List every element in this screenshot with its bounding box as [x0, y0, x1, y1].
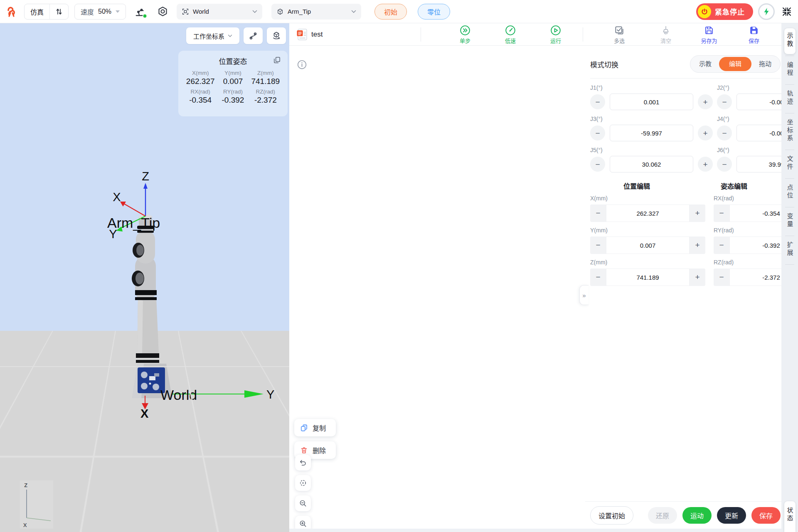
- frame-icon: [182, 8, 189, 15]
- x-minus-button[interactable]: −: [590, 204, 606, 222]
- pose-value: 741.189: [249, 77, 282, 86]
- single-step-button[interactable]: 单步: [452, 25, 478, 46]
- sim-mode-button[interactable]: 仿真: [25, 4, 49, 19]
- side-tab-variables[interactable]: 变量: [786, 209, 794, 234]
- j1-input[interactable]: [610, 94, 693, 110]
- copy-pose-button[interactable]: [273, 56, 281, 64]
- j5-minus-button[interactable]: −: [590, 157, 605, 172]
- work-frame-dropdown[interactable]: 工作坐标系: [186, 27, 239, 44]
- world-axes: Y X World: [140, 387, 274, 420]
- broom-icon: [660, 25, 671, 36]
- z-minus-button[interactable]: −: [590, 268, 606, 286]
- info-button[interactable]: [297, 59, 307, 70]
- clear-label: 清空: [660, 37, 671, 44]
- context-menu: 复制 删除: [294, 419, 336, 459]
- view-rotate-button[interactable]: [267, 27, 286, 44]
- y-plus-button[interactable]: +: [690, 236, 705, 254]
- multi-select-button[interactable]: 多选: [606, 25, 633, 46]
- rx-minus-button[interactable]: −: [714, 204, 729, 222]
- j1-plus-button[interactable]: +: [698, 94, 713, 109]
- mode-teach[interactable]: 示教: [692, 57, 719, 71]
- mode-edit[interactable]: 编辑: [719, 57, 751, 71]
- mode-switch: 示教 编辑 拖动: [690, 55, 781, 73]
- j5-input[interactable]: [610, 156, 693, 172]
- j3-minus-button[interactable]: −: [590, 126, 605, 140]
- single-step-label: 单步: [460, 37, 470, 44]
- side-tab-extensions[interactable]: 扩展: [786, 238, 794, 263]
- side-tab-extensions-label: 扩展: [786, 241, 794, 257]
- program-file-icon: [297, 28, 308, 41]
- update-button[interactable]: 更新: [717, 507, 746, 524]
- save-as-button[interactable]: 另存为: [696, 25, 722, 46]
- side-tab-teach-label: 示教: [786, 32, 794, 48]
- side-tab-files[interactable]: 文件: [786, 152, 794, 177]
- zero-pose-button[interactable]: 零位: [418, 4, 450, 20]
- power-toggle-button[interactable]: [758, 3, 775, 20]
- panel-collapse-handle[interactable]: »: [579, 285, 589, 305]
- recenter-button[interactable]: [295, 475, 311, 491]
- context-copy-button[interactable]: 复制: [294, 419, 336, 436]
- pose-overlay-panel: 位置姿态 X(mm) Y(mm) Z(mm) 262.327 0.007 741…: [178, 51, 288, 116]
- y-input[interactable]: [606, 236, 690, 254]
- j3-input[interactable]: [610, 125, 693, 141]
- side-tab-frames[interactable]: 坐标系: [786, 115, 794, 148]
- pose-edit-title: 姿态编辑: [687, 181, 781, 191]
- trajectory-toggle-button[interactable]: [244, 27, 263, 44]
- side-tab-points[interactable]: 点位: [786, 180, 794, 205]
- j6-minus-button[interactable]: −: [717, 157, 732, 172]
- z-input[interactable]: [606, 268, 690, 286]
- trash-icon: [300, 446, 308, 454]
- tab-test[interactable]: test: [297, 23, 323, 46]
- field-y: Y(mm) − +: [590, 227, 705, 254]
- run-button[interactable]: 运行: [542, 25, 569, 46]
- divider: [785, 264, 794, 265]
- save-program-button[interactable]: 保存: [741, 25, 767, 46]
- side-tab-trajectory[interactable]: 轨迹: [786, 86, 794, 111]
- pose-panel-header: 位置姿态: [184, 55, 282, 66]
- low-speed-button[interactable]: 低速: [497, 25, 524, 46]
- j4-minus-button[interactable]: −: [717, 126, 732, 140]
- j3-plus-button[interactable]: +: [698, 126, 713, 140]
- x-plus-button[interactable]: +: [690, 204, 705, 222]
- x-input[interactable]: [606, 204, 690, 222]
- program-tabbar: test 单步 低速: [289, 23, 781, 46]
- joint-j3: J3(°) − +: [590, 116, 713, 141]
- emergency-stop-button[interactable]: 紧急停止: [696, 3, 753, 20]
- move-button[interactable]: 运动: [682, 507, 712, 524]
- y-minus-button[interactable]: −: [590, 236, 606, 254]
- restore-button[interactable]: 还原: [648, 507, 677, 524]
- speed-dropdown[interactable]: 速度 50%: [75, 4, 126, 19]
- field-z: Z(mm) − +: [590, 259, 705, 286]
- side-tab-status[interactable]: 状态: [784, 501, 796, 532]
- pose-value: -0.354: [184, 96, 217, 105]
- path-icon: [248, 31, 258, 41]
- mode-drag[interactable]: 拖动: [751, 57, 779, 71]
- chevron-down-icon: [228, 34, 232, 37]
- rz-minus-button[interactable]: −: [714, 268, 729, 286]
- initial-pose-button[interactable]: 初始: [374, 4, 407, 20]
- set-initial-button[interactable]: 设置初始: [590, 506, 633, 525]
- save-point-button[interactable]: 保存: [751, 507, 781, 524]
- undo-button[interactable]: [295, 455, 311, 470]
- zoom-out-button[interactable]: [295, 495, 311, 511]
- j2-minus-button[interactable]: −: [717, 94, 732, 109]
- clear-button[interactable]: 清空: [653, 25, 679, 46]
- divider: [785, 207, 794, 207]
- z-plus-button[interactable]: +: [690, 268, 705, 286]
- world-frame-value: World: [193, 8, 209, 15]
- settings-button[interactable]: [154, 3, 171, 20]
- 3d-viewport[interactable]: Y X World Z X Y Arm_Tip: [0, 23, 289, 532]
- pose-value: -2.372: [249, 96, 282, 105]
- gauge-icon: [505, 25, 516, 36]
- side-tab-program[interactable]: 编程: [786, 58, 794, 83]
- collapse-fullscreen-button[interactable]: [780, 5, 794, 19]
- robot-status-button[interactable]: [132, 3, 148, 20]
- tool-frame-select[interactable]: Arm_Tip: [271, 4, 361, 20]
- side-tab-teach[interactable]: 示教: [784, 28, 796, 54]
- sim-switch-button[interactable]: [49, 4, 68, 19]
- world-frame-select[interactable]: World: [177, 4, 262, 20]
- ry-minus-button[interactable]: −: [714, 236, 729, 254]
- j5-plus-button[interactable]: +: [698, 157, 713, 172]
- edit-section-titles: 位置编辑 姿态编辑: [590, 181, 781, 191]
- j1-minus-button[interactable]: −: [590, 94, 605, 109]
